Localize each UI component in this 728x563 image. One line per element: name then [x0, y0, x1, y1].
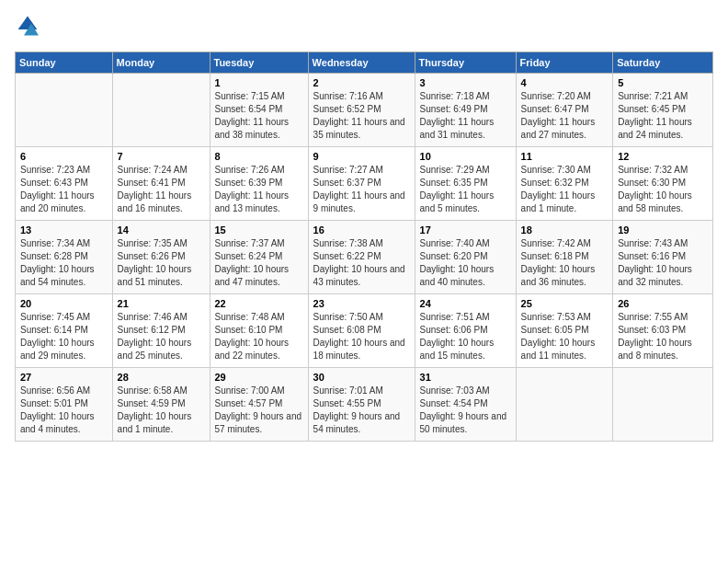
- calendar-cell: 7Sunrise: 7:24 AM Sunset: 6:41 PM Daylig…: [112, 147, 210, 221]
- column-header-thursday: Thursday: [415, 52, 516, 74]
- day-info: Sunrise: 7:45 AM Sunset: 6:14 PM Dayligh…: [20, 311, 108, 362]
- day-number: 16: [313, 224, 410, 236]
- calendar-cell: 22Sunrise: 7:48 AM Sunset: 6:10 PM Dayli…: [210, 294, 308, 368]
- day-info: Sunrise: 7:51 AM Sunset: 6:06 PM Dayligh…: [420, 311, 511, 362]
- calendar-cell: 28Sunrise: 6:58 AM Sunset: 4:59 PM Dayli…: [112, 368, 210, 442]
- day-info: Sunrise: 7:23 AM Sunset: 6:43 PM Dayligh…: [20, 164, 108, 215]
- calendar-week-row: 1Sunrise: 7:15 AM Sunset: 6:54 PM Daylig…: [16, 74, 713, 147]
- calendar-cell: 27Sunrise: 6:56 AM Sunset: 5:01 PM Dayli…: [16, 368, 113, 442]
- calendar-cell: [16, 74, 113, 147]
- day-number: 6: [20, 151, 108, 162]
- calendar-cell: 16Sunrise: 7:38 AM Sunset: 6:22 PM Dayli…: [308, 221, 415, 294]
- logo: [15, 15, 42, 40]
- calendar-cell: 12Sunrise: 7:32 AM Sunset: 6:30 PM Dayli…: [613, 147, 713, 221]
- calendar-cell: 6Sunrise: 7:23 AM Sunset: 6:43 PM Daylig…: [16, 147, 113, 221]
- column-header-saturday: Saturday: [613, 52, 713, 74]
- day-number: 7: [118, 151, 205, 162]
- day-number: 25: [521, 298, 609, 309]
- calendar-table: SundayMondayTuesdayWednesdayThursdayFrid…: [15, 52, 713, 442]
- day-info: Sunrise: 7:01 AM Sunset: 4:55 PM Dayligh…: [313, 385, 410, 436]
- day-info: Sunrise: 6:56 AM Sunset: 5:01 PM Dayligh…: [20, 385, 108, 436]
- day-info: Sunrise: 7:38 AM Sunset: 6:22 PM Dayligh…: [313, 237, 410, 289]
- calendar-week-row: 20Sunrise: 7:45 AM Sunset: 6:14 PM Dayli…: [16, 294, 713, 368]
- day-number: 22: [215, 298, 303, 309]
- calendar-cell: 11Sunrise: 7:30 AM Sunset: 6:32 PM Dayli…: [516, 147, 613, 221]
- day-info: Sunrise: 7:20 AM Sunset: 6:47 PM Dayligh…: [521, 90, 609, 142]
- calendar-cell: 8Sunrise: 7:26 AM Sunset: 6:39 PM Daylig…: [210, 147, 308, 221]
- day-info: Sunrise: 7:50 AM Sunset: 6:08 PM Dayligh…: [313, 311, 410, 362]
- day-info: Sunrise: 7:35 AM Sunset: 6:26 PM Dayligh…: [118, 237, 205, 289]
- day-info: Sunrise: 7:34 AM Sunset: 6:28 PM Dayligh…: [20, 237, 108, 289]
- calendar-cell: [112, 74, 210, 147]
- calendar-cell: 14Sunrise: 7:35 AM Sunset: 6:26 PM Dayli…: [112, 221, 210, 294]
- calendar-cell: 23Sunrise: 7:50 AM Sunset: 6:08 PM Dayli…: [308, 294, 415, 368]
- calendar-cell: 15Sunrise: 7:37 AM Sunset: 6:24 PM Dayli…: [210, 221, 308, 294]
- day-number: 4: [521, 77, 609, 88]
- day-number: 15: [215, 224, 303, 236]
- day-info: Sunrise: 7:03 AM Sunset: 4:54 PM Dayligh…: [420, 385, 511, 436]
- day-number: 31: [420, 372, 511, 383]
- calendar-cell: 25Sunrise: 7:53 AM Sunset: 6:05 PM Dayli…: [516, 294, 613, 368]
- calendar-cell: [516, 368, 613, 442]
- svg-marker-0: [18, 17, 38, 29]
- day-number: 3: [420, 77, 511, 88]
- day-number: 5: [618, 77, 708, 88]
- column-header-monday: Monday: [112, 52, 210, 74]
- calendar-cell: 3Sunrise: 7:18 AM Sunset: 6:49 PM Daylig…: [415, 74, 516, 147]
- day-number: 1: [215, 77, 303, 88]
- day-number: 29: [215, 372, 303, 383]
- day-number: 17: [420, 224, 511, 236]
- day-info: Sunrise: 7:15 AM Sunset: 6:54 PM Dayligh…: [215, 90, 303, 142]
- calendar-cell: 17Sunrise: 7:40 AM Sunset: 6:20 PM Dayli…: [415, 221, 516, 294]
- day-info: Sunrise: 7:40 AM Sunset: 6:20 PM Dayligh…: [420, 237, 511, 289]
- day-number: 24: [420, 298, 511, 309]
- day-info: Sunrise: 7:18 AM Sunset: 6:49 PM Dayligh…: [420, 90, 511, 142]
- calendar-cell: 29Sunrise: 7:00 AM Sunset: 4:57 PM Dayli…: [210, 368, 308, 442]
- day-info: Sunrise: 6:58 AM Sunset: 4:59 PM Dayligh…: [118, 385, 205, 436]
- day-number: 2: [313, 77, 410, 88]
- column-header-wednesday: Wednesday: [308, 52, 415, 74]
- day-info: Sunrise: 7:16 AM Sunset: 6:52 PM Dayligh…: [313, 90, 410, 142]
- day-number: 19: [618, 224, 708, 236]
- calendar-cell: 26Sunrise: 7:55 AM Sunset: 6:03 PM Dayli…: [613, 294, 713, 368]
- day-info: Sunrise: 7:46 AM Sunset: 6:12 PM Dayligh…: [118, 311, 205, 362]
- day-info: Sunrise: 7:48 AM Sunset: 6:10 PM Dayligh…: [215, 311, 303, 362]
- day-number: 8: [215, 151, 303, 162]
- day-info: Sunrise: 7:32 AM Sunset: 6:30 PM Dayligh…: [618, 164, 708, 215]
- calendar-week-row: 13Sunrise: 7:34 AM Sunset: 6:28 PM Dayli…: [16, 221, 713, 294]
- day-number: 11: [521, 151, 609, 162]
- day-info: Sunrise: 7:55 AM Sunset: 6:03 PM Dayligh…: [618, 311, 708, 362]
- day-number: 26: [618, 298, 708, 309]
- calendar-cell: 31Sunrise: 7:03 AM Sunset: 4:54 PM Dayli…: [415, 368, 516, 442]
- day-number: 28: [118, 372, 205, 383]
- day-number: 18: [521, 224, 609, 236]
- day-info: Sunrise: 7:24 AM Sunset: 6:41 PM Dayligh…: [118, 164, 205, 215]
- day-info: Sunrise: 7:37 AM Sunset: 6:24 PM Dayligh…: [215, 237, 303, 289]
- day-number: 27: [20, 372, 108, 383]
- calendar-cell: 2Sunrise: 7:16 AM Sunset: 6:52 PM Daylig…: [308, 74, 415, 147]
- day-info: Sunrise: 7:27 AM Sunset: 6:37 PM Dayligh…: [313, 164, 410, 215]
- day-number: 21: [118, 298, 205, 309]
- calendar-cell: 9Sunrise: 7:27 AM Sunset: 6:37 PM Daylig…: [308, 147, 415, 221]
- day-number: 14: [118, 224, 205, 236]
- day-info: Sunrise: 7:26 AM Sunset: 6:39 PM Dayligh…: [215, 164, 303, 215]
- column-header-friday: Friday: [516, 52, 613, 74]
- day-number: 30: [313, 372, 410, 383]
- calendar-cell: 4Sunrise: 7:20 AM Sunset: 6:47 PM Daylig…: [516, 74, 613, 147]
- day-number: 12: [618, 151, 708, 162]
- page-header: [15, 15, 713, 40]
- day-info: Sunrise: 7:30 AM Sunset: 6:32 PM Dayligh…: [521, 164, 609, 215]
- day-number: 20: [20, 298, 108, 309]
- calendar-cell: 13Sunrise: 7:34 AM Sunset: 6:28 PM Dayli…: [16, 221, 113, 294]
- logo-icon: [17, 15, 39, 37]
- calendar-cell: 5Sunrise: 7:21 AM Sunset: 6:45 PM Daylig…: [613, 74, 713, 147]
- day-info: Sunrise: 7:29 AM Sunset: 6:35 PM Dayligh…: [420, 164, 511, 215]
- calendar-cell: 1Sunrise: 7:15 AM Sunset: 6:54 PM Daylig…: [210, 74, 308, 147]
- calendar-cell: 30Sunrise: 7:01 AM Sunset: 4:55 PM Dayli…: [308, 368, 415, 442]
- calendar-cell: 19Sunrise: 7:43 AM Sunset: 6:16 PM Dayli…: [613, 221, 713, 294]
- calendar-cell: 10Sunrise: 7:29 AM Sunset: 6:35 PM Dayli…: [415, 147, 516, 221]
- column-header-sunday: Sunday: [16, 52, 113, 74]
- day-number: 23: [313, 298, 410, 309]
- calendar-week-row: 6Sunrise: 7:23 AM Sunset: 6:43 PM Daylig…: [16, 147, 713, 221]
- column-header-tuesday: Tuesday: [210, 52, 308, 74]
